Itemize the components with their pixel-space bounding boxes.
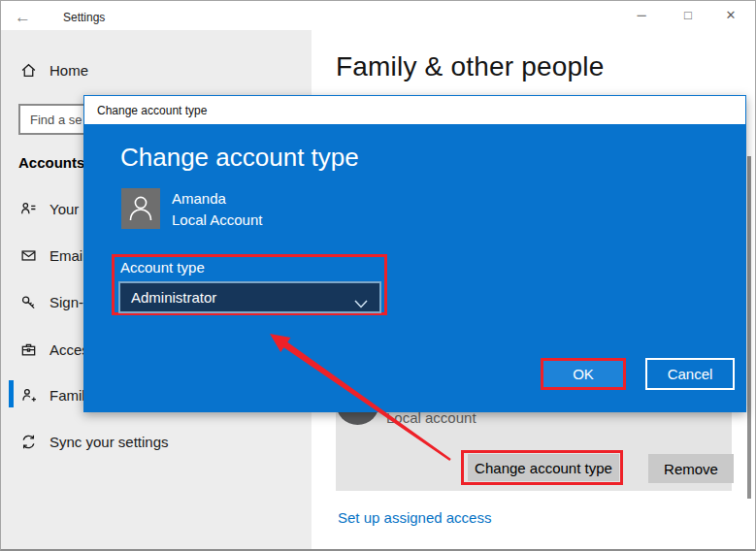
change-account-type-button[interactable]: Change account type	[468, 454, 619, 481]
sidebar-item-label: Your i	[49, 201, 86, 217]
user-avatar-icon	[121, 188, 160, 229]
remove-button[interactable]: Remove	[648, 454, 734, 483]
sidebar-item-home[interactable]: Home	[1, 60, 312, 89]
close-icon[interactable]: ✕	[716, 8, 745, 22]
back-icon[interactable]: ←	[15, 8, 31, 27]
account-type-dropdown[interactable]: Administrator	[118, 281, 381, 313]
sidebar-section-header: Accounts	[18, 154, 84, 171]
dialog-titlebar: Change account type	[84, 96, 745, 124]
minimize-icon[interactable]: ─	[627, 8, 656, 22]
sync-icon	[20, 434, 37, 450]
sidebar-item-sync[interactable]: Sync your settings	[1, 432, 312, 461]
account-type-value: Administrator	[120, 289, 216, 306]
dialog-title: Change account type	[97, 104, 207, 117]
account-type-label: Account type	[120, 259, 205, 276]
chevron-down-icon	[354, 295, 368, 304]
ok-button[interactable]: OK	[541, 358, 626, 390]
scrollbar[interactable]	[747, 156, 751, 499]
work-access-icon	[20, 341, 37, 358]
sidebar-item-label: Sync your settings	[49, 434, 169, 450]
your-info-icon	[20, 201, 37, 217]
maximize-icon[interactable]: □	[674, 8, 703, 22]
email-icon	[20, 247, 37, 264]
dialog-heading: Change account type	[120, 143, 359, 173]
sidebar-item-label: Home	[49, 62, 88, 79]
sidebar-item-label: Email	[49, 247, 86, 264]
settings-window: ← Settings ─ □ ✕ Home Accounts Your i Em…	[0, 0, 756, 551]
window-title: Settings	[63, 11, 105, 24]
page-title: Family & other people	[336, 51, 605, 82]
assigned-access-link[interactable]: Set up assigned access	[338, 509, 491, 526]
change-account-type-dialog: Change account type Change account type …	[83, 95, 746, 412]
home-icon	[20, 62, 37, 79]
user-account-type: Local Account	[172, 211, 262, 228]
family-icon	[20, 387, 37, 404]
sign-in-options-icon	[20, 294, 37, 310]
sidebar-item-label: Sign-	[49, 294, 83, 310]
cancel-button[interactable]: Cancel	[645, 358, 735, 390]
user-name: Amanda	[172, 190, 226, 207]
